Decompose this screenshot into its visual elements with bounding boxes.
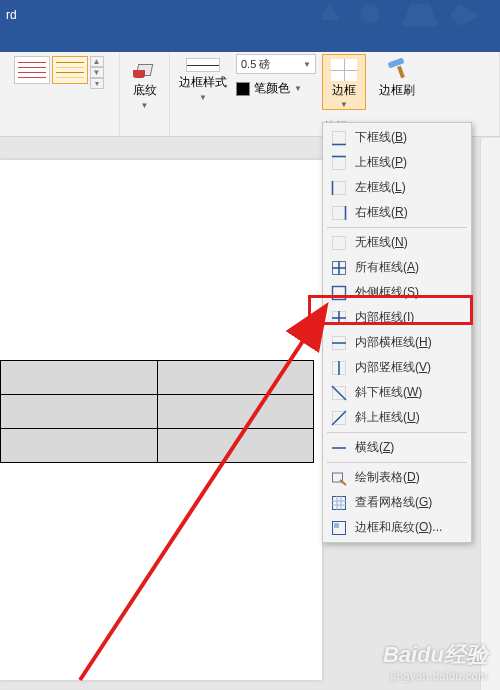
border-diag-up-icon xyxy=(331,410,347,426)
border-style-label: 边框样式 xyxy=(179,74,227,91)
line-weight-combo[interactable]: 0.5 磅 ▼ xyxy=(236,54,316,74)
svg-line-25 xyxy=(332,386,346,400)
menu-item-label: 所有框线(A) xyxy=(355,259,419,276)
draw-table-icon xyxy=(331,470,347,486)
view-gridlines-icon xyxy=(331,495,347,511)
svg-rect-12 xyxy=(333,236,346,249)
titlebar-decoration xyxy=(320,0,500,30)
menu-item-right[interactable]: 右框线(R) xyxy=(323,200,471,225)
svg-point-1 xyxy=(360,4,380,24)
chevron-down-icon: ▼ xyxy=(141,101,149,110)
watermark-sub: jingyan.baidu.com xyxy=(383,670,488,682)
border-inside-h-icon xyxy=(331,335,347,351)
border-none-icon xyxy=(331,235,347,251)
table-row[interactable] xyxy=(1,361,314,395)
border-inside-icon xyxy=(331,310,347,326)
document-page xyxy=(0,160,322,680)
scrollbar-track[interactable] xyxy=(480,138,500,690)
menu-item-label: 斜上框线(U) xyxy=(355,409,420,426)
border-style-button[interactable]: 边框样式 ▼ xyxy=(176,54,230,102)
borders-button-label: 边框 xyxy=(332,82,356,99)
svg-rect-6 xyxy=(333,156,346,169)
menu-item-dialog[interactable]: 边框和底纹(O)... xyxy=(323,515,471,540)
menu-item-inside-h[interactable]: 内部横框线(H) xyxy=(323,330,471,355)
menu-item-label: 绘制表格(D) xyxy=(355,469,420,486)
menu-item-diag-up[interactable]: 斜上框线(U) xyxy=(323,405,471,430)
chevron-down-icon: ▼ xyxy=(303,60,311,69)
menu-separator xyxy=(327,432,467,433)
svg-rect-31 xyxy=(333,496,346,509)
menu-item-diag-down[interactable]: 斜下框线(W) xyxy=(323,380,471,405)
menu-item-label: 斜下框线(W) xyxy=(355,384,422,401)
svg-marker-2 xyxy=(402,4,438,26)
menu-item-label: 内部竖框线(V) xyxy=(355,359,431,376)
table-styles-gallery[interactable]: ▲▼▾ xyxy=(14,54,106,89)
border-left-icon xyxy=(331,180,347,196)
table-style-thumb[interactable] xyxy=(14,56,50,84)
shading-label: 底纹 xyxy=(133,82,157,99)
menu-item-gridlines[interactable]: 查看网格线(G) xyxy=(323,490,471,515)
chevron-down-icon: ▼ xyxy=(294,84,302,93)
svg-rect-10 xyxy=(333,206,346,219)
border-painter-label: 边框刷 xyxy=(379,82,415,99)
border-inside-v-icon xyxy=(331,360,347,376)
chevron-down-icon: ▼ xyxy=(199,93,207,102)
borders-grid-icon xyxy=(331,59,357,81)
border-bottom-icon xyxy=(331,130,347,146)
watermark: Baidu经验 jingyan.baidu.com xyxy=(383,640,488,682)
menu-item-label: 右框线(R) xyxy=(355,204,408,221)
line-weight-value: 0.5 磅 xyxy=(241,57,270,72)
svg-rect-16 xyxy=(333,286,346,299)
border-top-icon xyxy=(331,155,347,171)
shading-group: 底纹 ▼ xyxy=(120,52,170,136)
borders-split-button[interactable]: 边框 ▼ xyxy=(322,54,366,110)
borders-dropdown-menu: 下框线(B)上框线(P)左框线(L)右框线(R)无框线(N)所有框线(A)外侧框… xyxy=(322,122,472,543)
svg-marker-3 xyxy=(450,4,480,26)
watermark-brand: Baidu经验 xyxy=(383,640,488,670)
chevron-down-icon[interactable]: ▼ xyxy=(90,67,104,78)
border-all-icon xyxy=(331,260,347,276)
more-icon[interactable]: ▾ xyxy=(90,78,104,89)
gallery-spinner[interactable]: ▲▼▾ xyxy=(90,56,104,89)
line-style-icon xyxy=(186,58,220,72)
menu-item-left[interactable]: 左框线(L) xyxy=(323,175,471,200)
menu-item-inside-v[interactable]: 内部竖框线(V) xyxy=(323,355,471,380)
brush-icon xyxy=(385,58,409,80)
menu-item-draw[interactable]: 绘制表格(D) xyxy=(323,465,471,490)
table-row[interactable] xyxy=(1,429,314,463)
svg-rect-8 xyxy=(333,181,346,194)
app-title-fragment: rd xyxy=(6,8,17,22)
menu-item-label: 边框和底纹(O)... xyxy=(355,519,442,536)
svg-line-27 xyxy=(332,411,346,425)
paint-bucket-icon xyxy=(133,58,157,80)
border-diag-down-icon xyxy=(331,385,347,401)
horizontal-line-icon xyxy=(331,440,347,456)
menu-item-none[interactable]: 无框线(N) xyxy=(323,230,471,255)
chevron-up-icon[interactable]: ▲ xyxy=(90,56,104,67)
menu-item-all[interactable]: 所有框线(A) xyxy=(323,255,471,280)
menu-item-label: 下框线(B) xyxy=(355,129,407,146)
menu-item-label: 查看网格线(G) xyxy=(355,494,432,511)
shading-button[interactable]: 底纹 ▼ xyxy=(124,54,166,110)
menu-item-inside[interactable]: 内部框线(I) xyxy=(323,305,471,330)
menu-item-outside[interactable]: 外侧框线(S) xyxy=(323,280,471,305)
table-row[interactable] xyxy=(1,395,314,429)
svg-rect-37 xyxy=(334,523,339,528)
menu-item-hline[interactable]: 横线(Z) xyxy=(323,435,471,460)
borders-shading-icon xyxy=(331,520,347,536)
pen-color-button[interactable]: 笔颜色 ▼ xyxy=(236,80,316,97)
svg-rect-4 xyxy=(333,131,346,144)
title-bar: rd xyxy=(0,0,500,30)
ribbon-tab-strip xyxy=(0,30,500,52)
menu-item-label: 内部框线(I) xyxy=(355,309,414,326)
menu-item-label: 上框线(P) xyxy=(355,154,407,171)
menu-item-label: 外侧框线(S) xyxy=(355,284,419,301)
table-styles-group: ▲▼▾ xyxy=(0,52,120,136)
border-painter-button[interactable]: 边框刷 xyxy=(372,54,422,99)
pen-color-swatch-icon xyxy=(236,82,250,96)
menu-separator xyxy=(327,462,467,463)
table-style-thumb-selected[interactable] xyxy=(52,56,88,84)
menu-item-top[interactable]: 上框线(P) xyxy=(323,150,471,175)
menu-item-bottom[interactable]: 下框线(B) xyxy=(323,125,471,150)
sample-table[interactable] xyxy=(0,360,314,463)
